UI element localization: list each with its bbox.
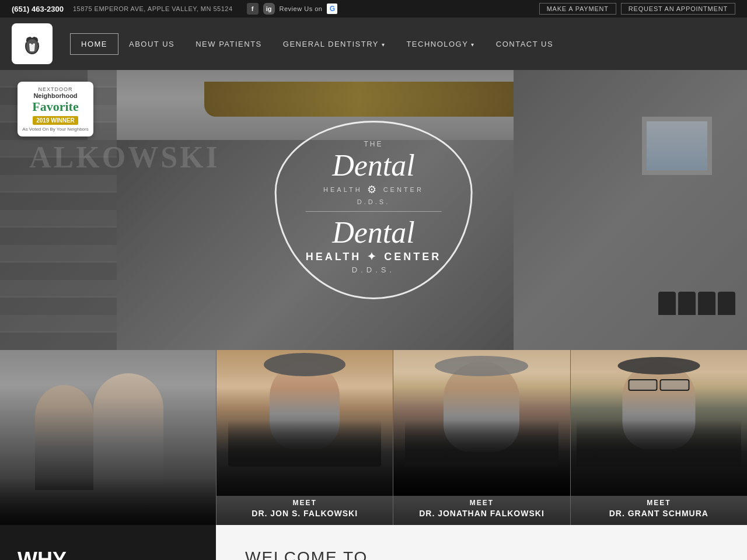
why-choose-block: WHY CHOOSE [0,525,216,560]
doctor-card-3[interactable]: MEET DR. GRANT SCHMURA [570,350,747,525]
google-icon[interactable]: G [327,4,337,14]
dr3-meet: MEET [577,499,741,507]
dr1-name: DR. JON S. FALKOWSKI [222,509,387,518]
welcome-section: WELCOME TO [216,525,747,560]
nav-about-us[interactable]: ABOUT US [118,34,185,54]
nav-general-dentistry[interactable]: GENERAL DENTISTRY [273,34,396,54]
person2-silhouette [93,373,163,490]
address: 15875 EMPEROR AVE, APPLE VALLEY, MN 5512… [73,5,233,12]
duo-gradient [0,478,216,525]
dr2-label: MEET DR. JONATHAN FALKOWSKI [393,492,570,525]
request-appointment-button[interactable]: REQUEST AN APPOINTMENT [621,3,735,15]
why-choose-text-1: WHY [18,548,198,560]
facebook-icon[interactable]: f [247,3,259,15]
dr1-meet: MEET [222,499,387,507]
nav-technology[interactable]: TECHNOLOGY [396,34,485,54]
doctor-card-1[interactable]: MEET DR. JON S. FALKOWSKI [216,350,393,525]
hero-tooth-icon: ⚙ [367,183,379,196]
doctor-card-2[interactable]: MEET DR. JONATHAN FALKOWSKI [393,350,570,525]
tooth-logo-icon [20,32,44,55]
navigation: HOME ABOUT US NEW PATIENTS GENERAL DENTI… [0,18,747,70]
dr2-meet: MEET [399,499,564,507]
nav-contact-us[interactable]: CONTACT US [486,34,564,54]
badge-year-label: 2019 WINNER [33,116,78,125]
hero-logo-overlay: THE Dental HEALTH ⚙ CENTER D.D.S. Dental… [275,121,473,299]
hero-logo-health-center: HEALTH ✦ CENTER [306,250,442,263]
doctors-section: MEET DR. JON S. FALKOWSKI MEET DR. JONAT… [0,350,747,525]
top-bar: (651) 463-2300 15875 EMPEROR AVE, APPLE … [0,0,747,18]
person1-silhouette [35,385,93,490]
nav-links-container: HOME ABOUT US NEW PATIENTS GENERAL DENTI… [70,33,564,55]
nav-home[interactable]: HOME [70,33,118,55]
welcome-title: WELCOME TO [245,548,718,560]
hero-logo-center-text: CENTER [383,186,424,193]
site-logo[interactable] [12,23,53,64]
phone-number[interactable]: (651) 463-2300 [12,5,64,13]
hero-logo-dental-large: Dental [306,218,442,248]
badge-favorite-label: Favorite [22,99,89,114]
hero-logo-the: THE [306,140,442,148]
badge-nextdoor-label: Nextdoor [22,86,89,92]
hero-section: ALKOWSKI Nextdoor Neighborhood Favorite … [0,70,747,350]
dr3-name: DR. GRANT SCHMURA [577,509,741,518]
hero-wall-text: ALKOWSKI [29,140,220,174]
dr2-name: DR. JONATHAN FALKOWSKI [399,509,564,518]
hero-logo-mid: HEALTH ⚙ CENTER [306,183,442,196]
hero-logo-dds: D.D.S. [306,265,442,274]
social-links: f ig Review Us on G [247,3,338,15]
badge-neighborhood-label: Neighborhood [22,92,89,99]
instagram-icon[interactable]: ig [263,3,275,15]
hero-logo-health-center-text: HEALTH [323,186,362,193]
hero-logo-dental-script: Dental [306,150,442,181]
doctor-duo-photo [0,350,216,525]
hero-tooth-icon-2: ✦ [367,250,378,263]
dr3-label: MEET DR. GRANT SCHMURA [571,492,747,525]
badge-voted-label: As Voted On By Your Neighbors [22,127,89,132]
nextdoor-badge: Nextdoor Neighborhood Favorite 2019 WINN… [18,82,93,136]
top-bar-actions: MAKE A PAYMENT REQUEST AN APPOINTMENT [539,3,735,15]
make-payment-button[interactable]: MAKE A PAYMENT [539,3,616,15]
review-text: Review Us on [280,5,323,12]
nav-new-patients[interactable]: NEW PATIENTS [185,34,273,54]
hero-logo-dds-small: D.D.S. [306,198,442,205]
hero-logo-border: THE Dental HEALTH ⚙ CENTER D.D.S. Dental… [275,121,473,299]
doctor-duo-card[interactable] [0,350,216,525]
dr1-label: MEET DR. JON S. FALKOWSKI [217,492,393,525]
bottom-section: WHY CHOOSE WELCOME TO [0,525,747,560]
